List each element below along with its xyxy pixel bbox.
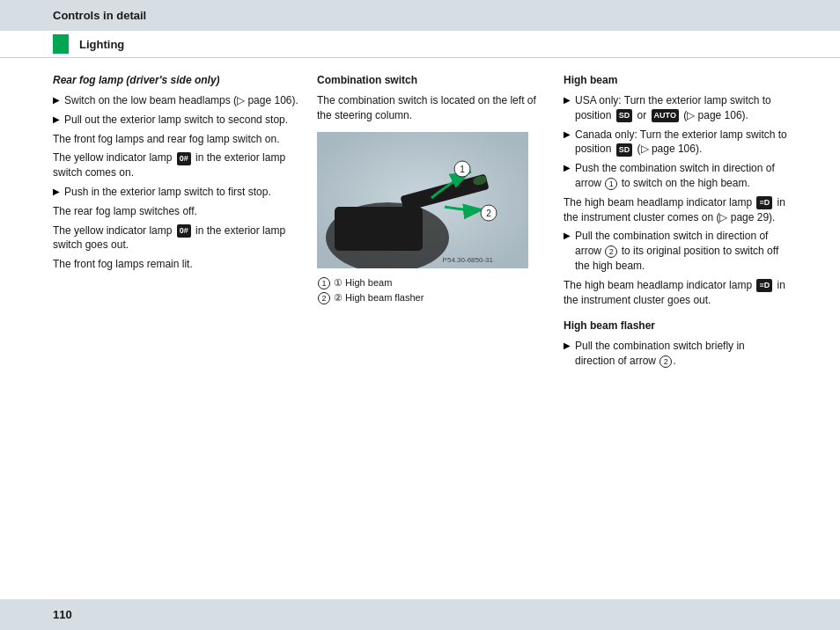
bullet-text: Pull the combination switch in direction… [575, 229, 787, 273]
bullet-arrow-icon: ▶ [53, 94, 60, 108]
svg-text:1: 1 [460, 165, 465, 174]
bullet-text: Canada only: Turn the exterior lamp swit… [575, 128, 787, 158]
header: Controls in detail [0, 0, 840, 31]
main-content: Rear fog lamp (driver's side only) ▶ Swi… [0, 58, 840, 599]
left-column: Rear fog lamp (driver's side only) ▶ Swi… [53, 74, 299, 590]
indent-text: The front fog lamps remain lit. [53, 257, 299, 272]
section-title: Lighting [79, 38, 124, 51]
circle-1-inline: 1 [605, 178, 617, 190]
bullet-arrow-icon: ▶ [53, 186, 60, 200]
section-green-bar [53, 34, 69, 54]
beam-badge: ≡D [756, 196, 772, 209]
svg-text:2: 2 [486, 209, 491, 218]
list-item: ▶ Push the combination switch in directi… [564, 161, 787, 191]
indicator-badge: 0# [177, 152, 191, 165]
indicator-badge: 0# [177, 224, 191, 238]
list-item: ▶ Push in the exterior lamp switch to fi… [53, 185, 299, 200]
bullet-text: Pull the combination switch briefly in d… [575, 339, 787, 369]
list-item: ▶ Pull the combination switch briefly in… [564, 339, 787, 369]
list-item: ▶ Pull out the exterior lamp switch to s… [53, 113, 299, 128]
combination-switch-image: 1 2 P54.30-6850-31 [317, 132, 528, 268]
middle-subsection-title: Combination switch [317, 74, 546, 86]
indent-text: The high beam headlamp indicator lamp ≡D… [564, 278, 787, 308]
page-number: 110 [53, 608, 72, 621]
sd-badge-2: SD [616, 143, 633, 157]
middle-column: Combination switch The combination switc… [317, 74, 546, 590]
bullet-arrow-icon: ▶ [564, 94, 571, 123]
bullet-text: USA only: Turn the exterior lamp switch … [575, 93, 787, 123]
high-beam-title: High beam [564, 74, 787, 86]
bullet-arrow-icon: ▶ [564, 128, 571, 158]
circle-2: 2 [318, 292, 330, 304]
bullet-text: Switch on the low beam headlamps (▷ page… [64, 93, 298, 108]
bullet-arrow-icon: ▶ [53, 114, 60, 128]
bullet-text: Pull out the exterior lamp switch to sec… [64, 113, 288, 128]
list-item: ▶ Switch on the low beam headlamps (▷ pa… [53, 93, 299, 108]
circle-1: 1 [318, 277, 330, 289]
list-item: ▶ Canada only: Turn the exterior lamp sw… [564, 128, 787, 158]
indent-text: The rear fog lamp switches off. [53, 204, 299, 219]
list-item: ▶ USA only: Turn the exterior lamp switc… [564, 93, 787, 123]
list-item: ▶ Pull the combination switch in directi… [564, 229, 787, 273]
indent-text: The yellow indicator lamp 0# in the exte… [53, 150, 299, 180]
indent-text: The high beam headlamp indicator lamp ≡D… [564, 195, 787, 225]
caption-1: 1 ① High beam [317, 275, 546, 291]
high-beam-flasher-title: High beam flasher [564, 319, 787, 332]
header-title: Controls in detail [53, 9, 146, 22]
page-wrapper: Controls in detail Lighting Rear fog lam… [0, 0, 840, 630]
indent-text: The front fog lamps and rear fog lamp sw… [53, 132, 299, 147]
footer: 110 [0, 599, 840, 630]
caption-2: 2 ② High beam flasher [317, 290, 546, 306]
switch-illustration-svg: 1 2 P54.30-6850-31 [317, 132, 528, 268]
bullet-text: Push in the exterior lamp switch to firs… [64, 185, 271, 200]
svg-rect-2 [335, 207, 423, 251]
combination-switch-intro: The combination switch is located on the… [317, 93, 546, 123]
bullet-text: Push the combination switch in direction… [575, 161, 787, 191]
right-column: High beam ▶ USA only: Turn the exterior … [564, 74, 787, 590]
circle-2-inline: 2 [605, 245, 617, 258]
indent-text: The yellow indicator lamp 0# in the exte… [53, 223, 299, 253]
image-caption: 1 ① High beam 2 ② High beam flasher [317, 275, 546, 306]
left-subsection-title: Rear fog lamp (driver's side only) [53, 74, 299, 86]
beam-badge-2: ≡D [756, 279, 772, 292]
svg-text:P54.30-6850-31: P54.30-6850-31 [443, 256, 494, 264]
section-bar: Lighting [0, 31, 840, 58]
bullet-arrow-icon: ▶ [564, 162, 571, 191]
bullet-arrow-icon: ▶ [564, 340, 571, 369]
circle-2-flasher: 2 [659, 355, 672, 368]
bullet-arrow-icon: ▶ [564, 230, 571, 273]
sd-badge: SD [616, 109, 633, 122]
auto-badge: AUTO [652, 109, 679, 122]
